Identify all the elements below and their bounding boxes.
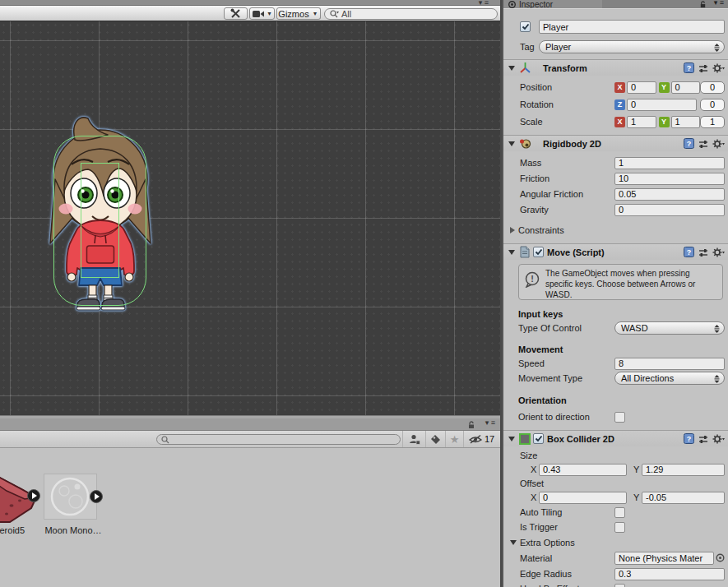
inspector-target-icon bbox=[508, 1, 516, 8]
foldout-icon[interactable] bbox=[508, 250, 515, 255]
presets-icon[interactable] bbox=[698, 434, 708, 444]
speed-field[interactable]: 8 bbox=[614, 358, 725, 370]
gear-icon[interactable] bbox=[712, 63, 725, 73]
gear-icon[interactable] bbox=[712, 247, 725, 257]
presets-icon[interactable] bbox=[698, 247, 708, 257]
svg-text:?: ? bbox=[687, 435, 692, 443]
move-script-header[interactable]: Move (Script) ? bbox=[503, 243, 728, 260]
left-column: ▾ ≡ ▾ Gizmos ▾ bbox=[0, 0, 500, 587]
rotation-tail-field[interactable]: 0 bbox=[700, 99, 725, 111]
help-icon[interactable]: ? bbox=[684, 247, 694, 257]
search-by-label-button[interactable] bbox=[425, 431, 445, 447]
rigidbody2d-header[interactable]: Rigidbody 2D ? bbox=[503, 135, 728, 151]
mass-field[interactable]: 1 bbox=[614, 157, 725, 169]
tools-button[interactable] bbox=[224, 7, 248, 20]
asset-label[interactable]: ceroid5 bbox=[0, 525, 38, 535]
inspector-panel: Inspector ▾ ≡ Player Tag Player bbox=[502, 0, 728, 587]
gear-icon[interactable] bbox=[712, 139, 725, 149]
axis-y-badge: Y bbox=[659, 117, 670, 127]
tab-label: Inspector bbox=[519, 0, 553, 9]
position-z-field[interactable]: 0 bbox=[700, 81, 725, 94]
used-by-effector-checkbox[interactable] bbox=[614, 584, 625, 587]
foldout-icon[interactable] bbox=[508, 141, 515, 146]
offset-x-field[interactable]: 0 bbox=[539, 492, 627, 504]
play-icon bbox=[94, 493, 100, 500]
script-icon bbox=[519, 246, 531, 258]
box-collider2d-header[interactable]: Box Collider 2D ? bbox=[503, 430, 728, 446]
lock-icon[interactable] bbox=[467, 421, 475, 429]
search-by-type-button[interactable] bbox=[402, 431, 425, 447]
scale-z-field[interactable]: 1 bbox=[700, 116, 725, 128]
component-enabled-checkbox[interactable] bbox=[533, 247, 544, 257]
script-help-text: The GameObject moves when pressing speci… bbox=[545, 268, 716, 300]
auto-tiling-label: Auto Tiling bbox=[520, 507, 614, 517]
object-picker-icon[interactable] bbox=[716, 553, 725, 562]
help-icon[interactable]: ? bbox=[684, 138, 694, 149]
offset-label: Offset bbox=[503, 478, 728, 488]
active-checkbox[interactable] bbox=[520, 21, 531, 32]
foldout-icon[interactable] bbox=[508, 437, 515, 441]
transform-header[interactable]: Transform ? bbox=[503, 59, 728, 76]
chevron-down-icon: ▾ bbox=[313, 10, 317, 17]
foldout-icon[interactable] bbox=[508, 66, 515, 71]
y-letter: Y bbox=[633, 465, 642, 474]
component-title: Move (Script) bbox=[547, 247, 605, 257]
component-enabled-checkbox[interactable] bbox=[533, 433, 544, 444]
type-of-control-dropdown[interactable]: WASD bbox=[614, 321, 725, 335]
hidden-count-button[interactable]: 17 bbox=[463, 431, 499, 447]
component-title: Box Collider 2D bbox=[547, 434, 614, 444]
type-of-control-value: WASD bbox=[621, 323, 648, 333]
edge-radius-field[interactable]: 0.3 bbox=[614, 568, 725, 580]
project-toolbar: ★ 17 bbox=[0, 431, 500, 448]
presets-icon[interactable] bbox=[698, 63, 708, 73]
size-x-field[interactable]: 0.43 bbox=[539, 464, 627, 476]
gizmos-dropdown-button[interactable]: ▾ bbox=[310, 7, 321, 20]
orient-to-direction-checkbox[interactable] bbox=[614, 412, 625, 423]
rotation-z-field[interactable]: 0 bbox=[627, 99, 697, 111]
extra-options-foldout[interactable]: Extra Options bbox=[503, 536, 728, 549]
transform-icon bbox=[519, 62, 531, 74]
play-icon bbox=[31, 492, 37, 499]
tab-inspector[interactable]: Inspector bbox=[503, 0, 602, 9]
material-object-field[interactable]: None (Physics Mater bbox=[614, 552, 714, 565]
gear-icon[interactable] bbox=[712, 434, 725, 444]
angular-friction-field[interactable]: 0.05 bbox=[614, 188, 725, 201]
asset-play-button[interactable] bbox=[90, 490, 103, 503]
tag-dropdown[interactable]: Player bbox=[539, 40, 725, 53]
presets-icon[interactable] bbox=[698, 139, 708, 149]
asset-label[interactable]: Moon Mono… bbox=[44, 525, 103, 535]
edge-radius-label: Edge Radius bbox=[520, 569, 614, 579]
panel-menu-icon[interactable]: ▾ ≡ bbox=[714, 0, 724, 7]
auto-tiling-checkbox[interactable] bbox=[614, 507, 625, 518]
favorites-star-button[interactable]: ★ bbox=[445, 431, 463, 447]
gameobject-name-field[interactable]: Player bbox=[539, 20, 725, 34]
x-letter: X bbox=[531, 465, 539, 474]
popup-arrows-icon bbox=[714, 325, 720, 333]
position-y-field[interactable]: 0 bbox=[671, 81, 701, 94]
input-keys-header: Input keys bbox=[503, 308, 728, 319]
size-label: Size bbox=[503, 451, 728, 460]
project-search-input[interactable] bbox=[156, 434, 401, 445]
unity-editor-window: ▾ ≡ ▾ Gizmos ▾ bbox=[0, 0, 728, 587]
tag-icon bbox=[430, 434, 441, 445]
asset-play-button[interactable] bbox=[27, 489, 40, 502]
axis-x-badge: X bbox=[614, 117, 625, 127]
gravity-field[interactable]: 0 bbox=[614, 204, 725, 216]
scene-search-input[interactable]: All bbox=[324, 8, 498, 20]
help-icon[interactable]: ? bbox=[684, 62, 694, 73]
scale-y-field[interactable]: 1 bbox=[671, 116, 701, 128]
offset-y-field[interactable]: -0.05 bbox=[642, 492, 725, 504]
constraints-foldout[interactable]: Constraints bbox=[503, 224, 728, 237]
friction-field[interactable]: 10 bbox=[614, 173, 725, 185]
movement-type-dropdown[interactable]: All Directions bbox=[614, 372, 725, 385]
scale-x-field[interactable]: 1 bbox=[627, 116, 656, 128]
is-trigger-checkbox[interactable] bbox=[614, 522, 625, 533]
lock-icon[interactable] bbox=[699, 1, 707, 8]
size-y-field[interactable]: 1.29 bbox=[642, 464, 725, 476]
help-icon[interactable]: ? bbox=[684, 433, 694, 444]
camera-button[interactable]: ▾ bbox=[249, 7, 275, 20]
gizmos-button[interactable]: Gizmos bbox=[276, 7, 311, 20]
panel-menu-icon[interactable]: ▾ ≡ bbox=[485, 418, 495, 427]
position-x-field[interactable]: 0 bbox=[627, 81, 656, 94]
scene-view[interactable] bbox=[0, 21, 500, 415]
